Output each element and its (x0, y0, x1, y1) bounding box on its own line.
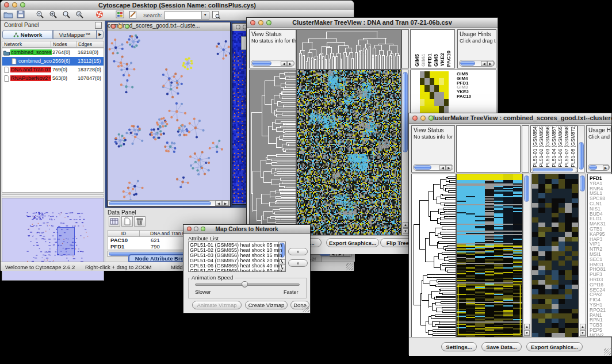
column-label[interactable]: GPL51-06 (GSM865) (557, 125, 563, 171)
zoom-in-icon[interactable] (49, 10, 60, 20)
column-label[interactable]: PAC10 (446, 51, 452, 67)
scroll-left-icon[interactable]: ◀ (439, 165, 446, 170)
minimize-button[interactable] (420, 116, 426, 121)
delete-attribute-button[interactable] (134, 216, 146, 227)
scrollbar-thumb[interactable] (533, 168, 573, 171)
scroll-left-icon[interactable]: ◀ (215, 201, 222, 206)
network-list-item[interactable]: combined_scores2764(0)16218(0) (2, 48, 104, 57)
column-label[interactable]: GPL51-08 (GSM872) (570, 125, 576, 171)
minimize-button[interactable] (118, 24, 123, 29)
scrollbar-thumb[interactable] (579, 142, 584, 170)
close-button[interactable] (250, 20, 255, 25)
tv2-button-export-graphics[interactable]: Export Graphics... (526, 342, 583, 351)
tv1-similarity-matrix[interactable] (420, 71, 449, 113)
scroll-right-icon[interactable]: ▶ (487, 61, 494, 66)
usage-hints-hscrollbar[interactable]: ◀ ▶ (459, 60, 495, 67)
resize-grip[interactable] (346, 263, 353, 270)
network-view-titlebar[interactable]: combined_scores_good.txt--cluste... (108, 22, 230, 32)
zoom-button[interactable] (201, 227, 205, 231)
tv2-button-save-data[interactable]: Save Data... (481, 342, 522, 351)
zoom-button[interactable] (266, 20, 271, 25)
view-status-hscrollbar[interactable]: ◀ ▶ (251, 60, 294, 67)
close-button[interactable] (4, 2, 9, 7)
annotation-palette-icon[interactable] (116, 10, 127, 20)
scroll-up-icon[interactable]: ▲ (403, 222, 408, 228)
tv2-main-vscrollbar[interactable]: ▲ ▼ (523, 174, 530, 337)
usage-hints-hscrollbar[interactable]: ▶ (588, 164, 610, 171)
gene-label[interactable]: MON2 (590, 332, 604, 337)
scroll-right-icon[interactable]: ▶ (222, 201, 229, 206)
minimize-button[interactable] (258, 20, 263, 25)
tv2-zoom-hscrollbar[interactable] (531, 167, 577, 173)
tab-network[interactable]: Network (2, 30, 53, 39)
tab-overflow-arrow[interactable]: ▶ (97, 30, 104, 39)
resize-grip[interactable] (303, 305, 309, 312)
main-titlebar[interactable]: Cytoscape Desktop (Session Name: collins… (1, 1, 354, 10)
scrollbar-thumb[interactable] (524, 175, 529, 202)
zoom-out-icon[interactable] (36, 10, 47, 20)
scroll-right-icon[interactable]: ▶ (603, 165, 609, 170)
close-button[interactable] (187, 227, 192, 231)
scroll-right-icon[interactable]: ▶ (287, 61, 293, 66)
attribute-item[interactable]: GPL51-07 (GSM868) heat shock 60 min (189, 269, 278, 272)
zoom-button[interactable] (125, 24, 129, 29)
panel-splitter[interactable] (2, 194, 104, 197)
animate-vizmap-button[interactable]: Animate Vizmap (192, 301, 242, 309)
close-button[interactable] (236, 25, 240, 29)
open-file-icon[interactable] (3, 10, 14, 20)
move-up-button[interactable]: ∧ (288, 248, 308, 255)
column-label[interactable]: GIM3 (433, 54, 439, 67)
tv1-button-export-graphics[interactable]: Export Graphics... (326, 238, 379, 247)
help-lifesaver-icon[interactable] (95, 10, 106, 20)
scrollbar-thumb[interactable] (109, 201, 211, 205)
tab-vizmapper[interactable]: VizMapper™ (53, 30, 97, 39)
tv2-heatmap[interactable] (456, 174, 523, 338)
tv2-column-tree-area[interactable] (456, 125, 521, 173)
tv1-heatmap[interactable] (296, 70, 401, 235)
view-status-hscrollbar[interactable]: ◀ ▶ (413, 164, 453, 171)
column-label[interactable]: GPL51-02 (GSM855) (538, 125, 544, 171)
scrollbar-thumb[interactable] (580, 175, 585, 191)
save-icon[interactable] (17, 10, 28, 20)
column-label[interactable]: GIM4 (420, 54, 426, 67)
close-button[interactable] (412, 116, 418, 121)
tv1-column-dendrogram[interactable] (296, 29, 401, 70)
dialog-titlebar[interactable]: Map Colors to Network (183, 225, 310, 234)
column-label[interactable]: GPL51-01 (GSM854) (532, 125, 538, 171)
scroll-left-icon[interactable]: ◀ (281, 61, 287, 66)
tv2-zoom-vscrollbar-top[interactable] (577, 125, 585, 173)
column-label[interactable]: PFD1 (427, 53, 433, 67)
zoom-selected-icon[interactable] (75, 10, 86, 20)
tv2-row-dendrogram[interactable] (411, 174, 456, 338)
tv2-button-settings[interactable]: Settings... (441, 342, 477, 351)
network-list-item[interactable]: combined_sco2569(6)13112(15) (2, 57, 104, 66)
network-hscrollbar[interactable]: ◀ ▶ (108, 200, 230, 206)
close-button[interactable] (111, 24, 116, 29)
minimize-button[interactable] (12, 2, 17, 7)
network-canvas[interactable] (108, 31, 230, 200)
column-label[interactable]: GPL51-03 (GSM856) (545, 125, 550, 171)
attribute-list[interactable]: ▲ ▼ GPL51-01 (GSM854) heat shock 05 minG… (188, 242, 286, 272)
edit-document-icon[interactable] (129, 10, 140, 20)
scroll-up-icon[interactable]: ▲ (524, 324, 530, 329)
tv2-zoom-vscrollbar[interactable]: ▲ ▼ (579, 174, 586, 337)
zoom-fit-icon[interactable] (62, 10, 73, 20)
scroll-down-icon[interactable]: ▼ (403, 228, 408, 234)
network-list-item[interactable]: RNAPuberNov2+563(0)107847(0) (2, 74, 104, 83)
column-label[interactable]: GPL51-04 (GSM857) (551, 125, 557, 171)
tv1-row-dendrogram[interactable] (249, 70, 296, 235)
scroll-left-icon[interactable]: ◀ (481, 61, 487, 66)
scroll-up-icon[interactable]: ▲ (580, 324, 586, 329)
network-list-item[interactable]: DNA and Tran 07769(0)183728(0) (2, 66, 104, 74)
new-attribute-button[interactable] (121, 216, 133, 227)
scroll-right-icon[interactable]: ▶ (446, 165, 452, 170)
resize-grip[interactable] (604, 348, 611, 355)
advanced-search-icon[interactable] (212, 10, 223, 20)
scrollbar-thumb[interactable] (403, 72, 408, 152)
search-dropdown-icon[interactable]: ▼ (201, 12, 209, 19)
zoom-button[interactable] (429, 116, 434, 121)
scroll-down-icon[interactable]: ▼ (580, 330, 586, 336)
minimize-button[interactable] (194, 227, 198, 231)
column-label[interactable]: GIM5 (414, 54, 420, 67)
tv2-zoom-heatmap[interactable] (531, 174, 579, 338)
